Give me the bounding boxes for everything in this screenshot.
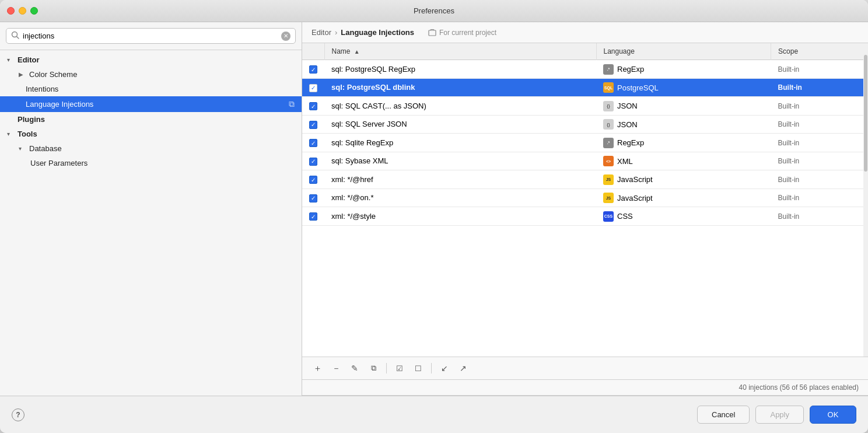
row-scope: Built-in bbox=[771, 134, 868, 152]
row-language: .* RegExp bbox=[596, 60, 771, 79]
scope-label: Built-in bbox=[778, 157, 800, 165]
scrollbar-track[interactable] bbox=[863, 43, 868, 357]
sidebar-item-label: Tools bbox=[18, 130, 37, 138]
lang-name: RegExp bbox=[617, 65, 644, 74]
row-name: xml: */@style bbox=[324, 207, 596, 226]
th-name[interactable]: Name ▲ bbox=[324, 43, 596, 60]
copy-button[interactable]: ⧉ bbox=[365, 361, 382, 376]
lang-icon-badge: SQL bbox=[603, 82, 614, 93]
add-button[interactable]: ＋ bbox=[309, 361, 326, 376]
window-title: Preferences bbox=[414, 6, 454, 15]
scope-label: Built-in bbox=[778, 176, 800, 184]
minimize-button[interactable] bbox=[19, 7, 26, 15]
for-project-label: For current project bbox=[439, 29, 496, 37]
remove-button[interactable]: － bbox=[328, 361, 344, 376]
maximize-button[interactable] bbox=[30, 7, 38, 15]
row-checkbox[interactable]: ✓ bbox=[302, 152, 324, 170]
scope-label: Built-in bbox=[778, 212, 800, 221]
traffic-lights bbox=[7, 7, 38, 15]
search-icon bbox=[11, 31, 19, 41]
sidebar-item-color-scheme[interactable]: ▶ Color Scheme bbox=[0, 67, 302, 82]
row-checkbox[interactable]: ✓ bbox=[302, 207, 324, 226]
checkbox-icon: ✓ bbox=[309, 212, 317, 221]
help-button[interactable]: ? bbox=[12, 408, 24, 421]
table-row[interactable]: ✓ xml: */@style CSS CSS Built-in bbox=[302, 207, 868, 226]
edit-button[interactable]: ✎ bbox=[346, 361, 363, 376]
table-row[interactable]: ✓ sql: PostgreSQL dblink SQL PostgreSQL … bbox=[302, 78, 868, 97]
import-button[interactable]: ↙ bbox=[436, 361, 453, 376]
row-checkbox[interactable]: ✓ bbox=[302, 188, 324, 207]
sidebar-item-label: Intentions bbox=[26, 85, 58, 93]
footer: ? Cancel Apply OK bbox=[0, 396, 868, 433]
lang-name: JSON bbox=[617, 120, 638, 129]
scope-label: Built-in bbox=[778, 139, 800, 147]
injections-table: Name ▲ Language Scope bbox=[302, 43, 868, 226]
injections-table-container: Name ▲ Language Scope bbox=[302, 43, 868, 357]
export-button[interactable]: ↗ bbox=[455, 361, 471, 376]
th-lang-label: Language bbox=[604, 47, 635, 55]
row-language: CSS CSS bbox=[596, 207, 771, 226]
table-row[interactable]: ✓ sql: Sqlite RegExp .* RegExp Built-in bbox=[302, 134, 868, 152]
row-checkbox[interactable]: ✓ bbox=[302, 78, 324, 97]
row-language: JS JavaScript bbox=[596, 188, 771, 207]
row-checkbox[interactable]: ✓ bbox=[302, 115, 324, 134]
sidebar-item-intentions[interactable]: Intentions bbox=[0, 82, 302, 96]
th-scope[interactable]: Scope bbox=[771, 43, 868, 60]
lang-icon-badge: CSS bbox=[603, 211, 614, 222]
row-checkbox[interactable]: ✓ bbox=[302, 134, 324, 152]
checkbox-icon: ✓ bbox=[309, 139, 317, 147]
sidebar-item-label: User Parameters bbox=[30, 159, 88, 167]
row-scope: Built-in bbox=[771, 97, 868, 116]
search-input[interactable] bbox=[23, 32, 278, 40]
close-button[interactable] bbox=[7, 7, 15, 15]
sidebar-item-database[interactable]: ▾ Database bbox=[0, 141, 302, 156]
sidebar-item-editor[interactable]: ▾ Editor bbox=[0, 53, 302, 67]
lang-name: CSS bbox=[617, 212, 633, 221]
row-checkbox[interactable]: ✓ bbox=[302, 170, 324, 189]
check-all-button[interactable]: ☑ bbox=[391, 361, 408, 376]
table-row[interactable]: ✓ sql: PostgreSQL RegExp .* RegExp Built… bbox=[302, 60, 868, 79]
scope-label: Built-in bbox=[778, 83, 802, 92]
toolbar-separator bbox=[386, 363, 387, 373]
titlebar: Preferences bbox=[0, 0, 868, 22]
uncheck-all-button[interactable]: ☐ bbox=[410, 361, 426, 376]
table-row[interactable]: ✓ sql: SQL Server JSON {} JSON Built-in bbox=[302, 115, 868, 134]
scope-label: Built-in bbox=[778, 120, 800, 128]
lang-name: JSON bbox=[617, 102, 638, 110]
for-project[interactable]: For current project bbox=[428, 29, 496, 37]
row-scope: Built-in bbox=[771, 78, 868, 97]
checkbox-icon: ✓ bbox=[309, 194, 317, 202]
search-wrapper[interactable]: ✕ bbox=[6, 28, 296, 44]
cancel-button[interactable]: Cancel bbox=[697, 406, 750, 424]
table-row[interactable]: ✓ sql: SQL CAST(... as JSON) {} JSON Bui… bbox=[302, 97, 868, 116]
row-checkbox[interactable]: ✓ bbox=[302, 97, 324, 116]
breadcrumb-separator: › bbox=[335, 28, 337, 37]
lang-icon-badge: .* bbox=[603, 138, 614, 148]
table-row[interactable]: ✓ xml: */@href JS JavaScript Built-in bbox=[302, 170, 868, 189]
row-language: {} JSON bbox=[596, 115, 771, 134]
sidebar-item-label: Color Scheme bbox=[29, 70, 77, 79]
checkbox-icon: ✓ bbox=[309, 84, 317, 92]
lang-name: JavaScript bbox=[617, 194, 653, 202]
breadcrumb: Editor › Language Injections bbox=[312, 28, 414, 37]
row-scope: Built-in bbox=[771, 115, 868, 134]
sidebar-item-user-parameters[interactable]: User Parameters bbox=[0, 156, 302, 170]
apply-button[interactable]: Apply bbox=[755, 406, 804, 424]
table-row[interactable]: ✓ sql: Sybase XML <> XML Built-in bbox=[302, 152, 868, 170]
table-row[interactable]: ✓ xml: */@on.* JS JavaScript Built-in bbox=[302, 188, 868, 207]
row-name: xml: */@on.* bbox=[324, 188, 596, 207]
row-language: JS JavaScript bbox=[596, 170, 771, 189]
row-scope: Built-in bbox=[771, 188, 868, 207]
sidebar-item-tools[interactable]: ▾ Tools bbox=[0, 127, 302, 141]
lang-icon-badge: {} bbox=[603, 101, 614, 111]
th-language[interactable]: Language bbox=[596, 43, 771, 60]
sidebar-item-language-injections[interactable]: Language Injections ⧉ bbox=[0, 96, 302, 112]
row-checkbox[interactable]: ✓ bbox=[302, 60, 324, 79]
search-clear-button[interactable]: ✕ bbox=[281, 32, 290, 41]
project-icon bbox=[428, 29, 436, 37]
sidebar-item-plugins[interactable]: Plugins bbox=[0, 112, 302, 127]
checkbox-icon: ✓ bbox=[309, 121, 317, 129]
scrollbar-thumb[interactable] bbox=[864, 55, 867, 172]
th-check bbox=[302, 43, 324, 60]
ok-button[interactable]: OK bbox=[810, 406, 856, 424]
